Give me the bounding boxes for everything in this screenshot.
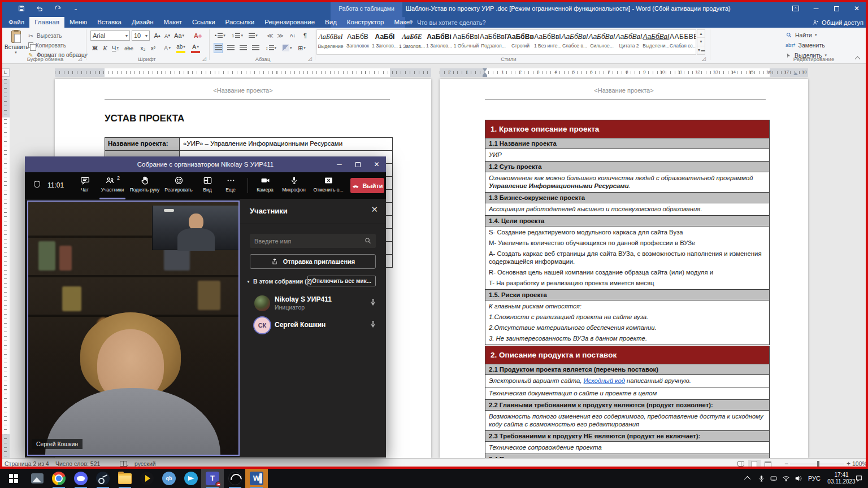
main-video-tile[interactable]: Сергей Кошкин xyxy=(27,201,240,456)
style-item[interactable]: АаБбЕ1 Заголов... xyxy=(398,30,426,54)
taskbar-app-qbittorrent[interactable]: qb xyxy=(158,469,180,488)
borders-button[interactable]: ⊞▾ xyxy=(297,43,306,53)
bold-button[interactable]: Ж xyxy=(90,43,99,53)
zoom-level-label[interactable]: 100% xyxy=(852,460,867,467)
participant-mic-icon[interactable] xyxy=(369,298,377,308)
page-number-status[interactable]: Страница 2 из 4 xyxy=(5,460,49,467)
taskbar-app-word[interactable]: W xyxy=(245,469,268,488)
font-color-button[interactable]: А▾ xyxy=(191,43,200,53)
participant-search-box[interactable] xyxy=(250,234,376,248)
section-header-row[interactable]: 1. Краткое описание проекта xyxy=(485,120,769,138)
subsection-header-row[interactable]: 2.3 Требованиями к продукту НЕ являются … xyxy=(485,431,769,442)
sort-button[interactable]: А↓ xyxy=(288,30,297,41)
word-count-status[interactable]: Число слов: 521 xyxy=(55,460,100,467)
taskbar-app-aimp[interactable] xyxy=(136,469,158,488)
tell-me-box[interactable]: Что вы хотите сделать? xyxy=(408,17,486,28)
style-item[interactable]: АаБбВвIВыделени... xyxy=(643,30,670,54)
style-item[interactable]: АаБбВвI1 Без инте... xyxy=(534,30,561,54)
font-size-combo[interactable]: 10▾ xyxy=(132,30,150,41)
teams-mic-button[interactable]: Микрофон xyxy=(279,175,309,197)
superscript-button[interactable]: x² xyxy=(149,43,158,53)
tab-Макет[interactable]: Макет xyxy=(159,17,188,28)
style-item[interactable]: АаБбВвIСильное... xyxy=(588,30,615,54)
subsection-header-row[interactable]: 2.1 Продуктом проекта является (перечень… xyxy=(485,364,769,375)
mute-all-button[interactable]: Отключить все мик... xyxy=(307,276,376,286)
subsection-header-row[interactable]: 2.2 Главными требованиям к продукту явля… xyxy=(485,400,769,411)
tab-Рассылки[interactable]: Рассылки xyxy=(220,17,260,28)
context-tab-Конструктор[interactable]: Конструктор xyxy=(342,17,389,28)
left-indent-marker[interactable] xyxy=(483,75,487,77)
close-panel-icon[interactable]: ✕ xyxy=(371,204,378,215)
share-button[interactable]: Общий доступ xyxy=(812,17,863,28)
body-row[interactable]: Техническая документация о сайте и проек… xyxy=(485,387,769,400)
leave-meeting-button[interactable]: Выйти xyxy=(350,178,384,193)
decrease-indent-button[interactable]: ≪ xyxy=(266,30,275,41)
body-row[interactable]: УИР xyxy=(485,149,769,162)
style-item[interactable]: АаБбВвI1 Обычный xyxy=(453,30,480,54)
bullet-list-button[interactable]: •▾ xyxy=(215,30,225,41)
paragraph-marks-button[interactable]: ¶ xyxy=(301,30,310,41)
teams-minimize-button[interactable]: ─ xyxy=(330,156,349,172)
first-line-indent-marker[interactable] xyxy=(483,68,487,72)
multilevel-list-button[interactable]: ▾ xyxy=(249,30,258,41)
italic-button[interactable]: К xyxy=(101,43,110,53)
grow-font-button[interactable]: А▴ xyxy=(153,30,162,41)
teams-ellipsis-button[interactable]: Еще xyxy=(219,175,242,197)
subsection-header-row[interactable]: 1.2 Суть проекта xyxy=(485,162,769,172)
subscript-button[interactable]: x₂ xyxy=(138,43,147,53)
customize-qat-icon[interactable]: ⌄ xyxy=(71,4,80,13)
subsection-header-row[interactable]: 1.5. Риски проекта xyxy=(485,290,769,300)
body-row[interactable]: Техническое сопровождение проекта xyxy=(485,442,769,454)
clear-formatting-button[interactable]: А◆ xyxy=(193,30,202,41)
style-item[interactable]: АаБбВi1 Заголов... xyxy=(426,30,453,54)
style-item[interactable]: АаБбВвIСлабое в... xyxy=(561,30,588,54)
style-item[interactable]: АаБбВЗаголовок xyxy=(344,30,371,54)
zoom-out-button[interactable]: − xyxy=(784,460,788,468)
paragraph-dialog-launcher[interactable]: ◿ xyxy=(308,56,312,62)
zoom-in-button[interactable]: + xyxy=(847,460,850,468)
participant-row[interactable]: Nikolay S УИР411Инициатор xyxy=(240,293,386,315)
body-row[interactable]: Электронный вариант сайта, Исходный код … xyxy=(485,375,769,387)
change-case-button[interactable]: Аа▾ xyxy=(174,30,184,41)
subsection-header-row[interactable]: 1.1 Название проекта xyxy=(485,138,769,149)
tab-Вставка[interactable]: Вставка xyxy=(92,17,127,28)
start-button[interactable] xyxy=(1,469,26,488)
tab-Вид[interactable]: Вид xyxy=(320,17,342,28)
tab-Главная[interactable]: Главная xyxy=(29,17,64,28)
tray-device-icon[interactable] xyxy=(767,469,780,488)
justify-button[interactable] xyxy=(251,43,260,53)
tab-stop-selector[interactable]: L xyxy=(1,68,10,77)
teams-camera-button[interactable]: Камера xyxy=(252,175,278,197)
hyperlink[interactable]: Исходный код xyxy=(584,377,625,384)
send-invitation-button[interactable]: Отправка приглашения xyxy=(250,254,376,269)
body-row[interactable]: Ассоциация работодателей высшего и после… xyxy=(485,203,769,216)
taskbar-app-chrome[interactable] xyxy=(47,469,70,488)
teams-meeting-window[interactable]: Собрание с организатором Nikolay S УИР41… xyxy=(25,156,386,457)
style-item[interactable]: ААББВВIСлабая сс... xyxy=(670,30,696,54)
tab-Файл[interactable]: Файл xyxy=(3,17,29,28)
zoom-slider-thumb[interactable] xyxy=(817,461,819,467)
teams-close-button[interactable]: ✕ xyxy=(367,156,386,172)
tab-Дизайн[interactable]: Дизайн xyxy=(127,17,159,28)
cut-button[interactable]: ✂ Вырезать xyxy=(27,31,86,40)
action-center-icon[interactable] xyxy=(852,469,866,488)
style-item[interactable]: АаБбВвГПодзагол... xyxy=(480,30,507,54)
vertical-ruler[interactable] xyxy=(1,79,10,458)
participant-search-input[interactable] xyxy=(254,234,356,248)
teams-smiley-button[interactable]: Реагировать xyxy=(162,175,196,197)
taskbar-app-steam[interactable] xyxy=(92,469,114,488)
body-row[interactable]: К главным рискам относятся:1.Сложности с… xyxy=(485,300,769,345)
style-item[interactable]: АаБбВвСтрогий xyxy=(507,30,534,54)
taskbar-app-explorer[interactable] xyxy=(114,469,136,488)
participant-mic-icon[interactable] xyxy=(369,320,377,330)
tray-chevron-up-icon[interactable] xyxy=(743,469,754,488)
read-mode-button[interactable] xyxy=(735,460,747,468)
language-status[interactable]: русский xyxy=(134,460,156,467)
right-indent-marker[interactable] xyxy=(793,72,798,75)
taskbar-app-task-view[interactable] xyxy=(26,469,49,488)
body-row[interactable]: S- Создание редактируемого модульного ка… xyxy=(485,226,769,290)
tray-language-indicator[interactable]: РУС xyxy=(805,469,824,488)
horizontal-ruler-left-page[interactable] xyxy=(55,68,431,77)
clipboard-dialog-launcher[interactable]: ◿ xyxy=(78,56,82,62)
taskbar-app-game[interactable] xyxy=(224,469,246,488)
